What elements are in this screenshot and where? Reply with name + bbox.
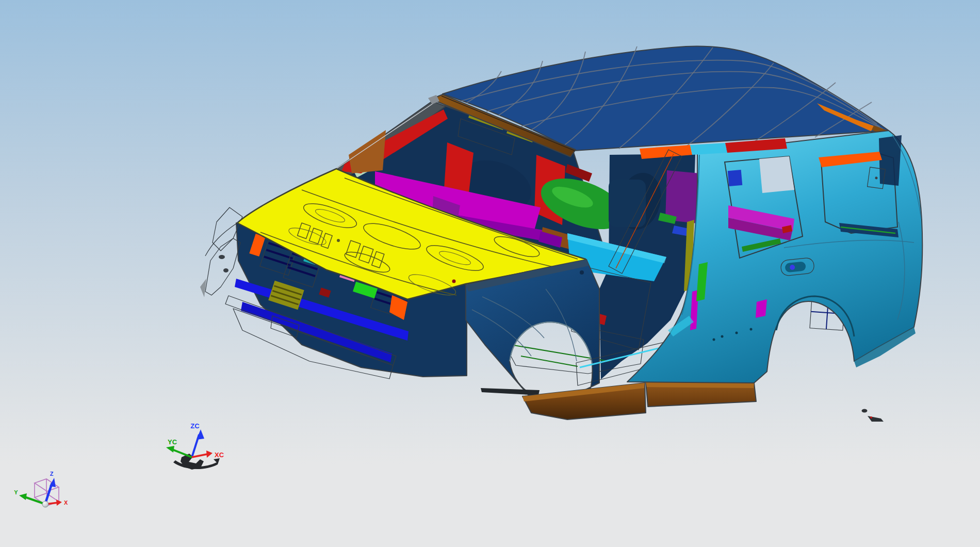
wcs-y-label: YC	[168, 438, 177, 446]
arch-magenta-chip	[756, 299, 767, 318]
cowl-hole	[223, 268, 228, 272]
wcs-z-label: ZC	[190, 422, 200, 430]
door-bolt	[750, 328, 753, 331]
hood-marker-dot	[452, 280, 456, 283]
door-bolt	[713, 339, 715, 341]
cad-viewport[interactable]: ZC YC XC Z Y X	[0, 0, 980, 547]
abs-x-label: X	[64, 500, 68, 506]
abs-origin-sphere	[42, 501, 48, 507]
rear-window-blue-chip	[728, 170, 743, 186]
hood-bolt-dot	[337, 239, 340, 242]
roof-rail-cyan-segment	[690, 143, 727, 155]
abs-y-label: Y	[14, 489, 18, 495]
wcs-x-label: XC	[215, 451, 224, 459]
cowl-hole	[219, 255, 225, 259]
door-bolt	[736, 332, 738, 334]
fender-hole	[580, 270, 584, 275]
debris-nut	[862, 409, 868, 413]
rear-window-sky	[759, 156, 794, 193]
abs-z-label: Z	[50, 471, 54, 477]
d-pillar-inner-navy	[879, 135, 902, 186]
debris-red-dot	[870, 416, 872, 419]
door-bolt	[721, 335, 724, 338]
